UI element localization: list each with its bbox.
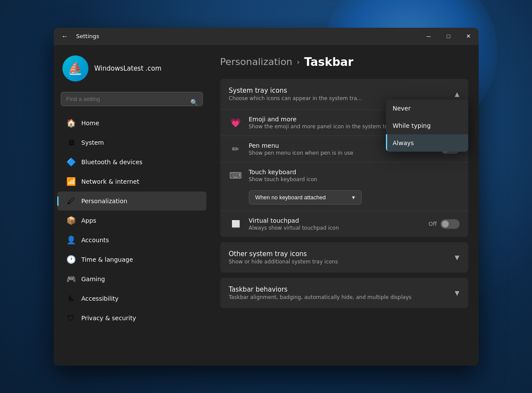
keyboard-text: Touch keyboard Show touch keyboard icon xyxy=(249,169,460,182)
nav-list: 🏠 Home 🖥 System 🔷 Bluetooth & devices 📶 … xyxy=(54,113,210,328)
pen-icon: ✏️ xyxy=(229,142,243,156)
sidebar-item-accounts[interactable]: 👤 Accounts xyxy=(57,231,206,250)
chevron-up-icon: ▲ xyxy=(455,91,460,97)
dropdown-item-never[interactable]: Never xyxy=(386,100,468,117)
dropdown-item-while-typing[interactable]: While typing xyxy=(386,117,468,134)
breadcrumb-separator: › xyxy=(297,57,300,66)
main-body: ⛵ WindowsLatest .com 🔍 🏠 Home 🖥 System xyxy=(54,45,479,366)
other-tray-subtitle: Show or hide additional system tray icon… xyxy=(229,259,338,265)
sidebar-item-apps[interactable]: 📦 Apps xyxy=(57,211,206,230)
system-tray-section: System tray icons Choose which icons can… xyxy=(220,79,468,237)
sidebar-item-label: Bluetooth & devices xyxy=(82,159,143,166)
other-tray-title-group: Other system tray icons Show or hide add… xyxy=(229,250,338,265)
sidebar-item-label: Time & language xyxy=(82,256,133,263)
time-icon: 🕐 xyxy=(66,254,76,265)
user-name: WindowsLatest .com xyxy=(95,65,162,72)
home-icon: 🏠 xyxy=(66,118,76,128)
taskbar-behaviors-title: Taskbar behaviors xyxy=(229,286,412,293)
taskbar-behaviors-subtitle: Taskbar alignment, badging, automaticall… xyxy=(229,294,412,300)
search-container: 🔍 xyxy=(54,92,210,113)
sidebar-item-time[interactable]: 🕐 Time & language xyxy=(57,250,206,269)
touchpad-icon: ⬜ xyxy=(229,217,243,231)
minimize-button[interactable]: ─ xyxy=(419,28,439,45)
keyboard-dropdown-button[interactable]: When no keyboard attached ▾ xyxy=(249,190,362,205)
keyboard-subtitle: Show touch keyboard icon xyxy=(249,176,460,182)
touch-keyboard-top: ⌨️ Touch keyboard Show touch keyboard ic… xyxy=(229,169,460,182)
titlebar-controls: ─ □ ✕ xyxy=(419,28,479,45)
sidebar-item-label: Accessibility xyxy=(82,295,119,302)
sidebar-item-label: System xyxy=(82,139,104,146)
personalization-icon: 🖊 xyxy=(66,196,76,206)
other-tray-section: Other system tray icons Show or hide add… xyxy=(220,242,468,273)
sidebar-item-label: Accounts xyxy=(82,237,109,244)
dropdown-item-always[interactable]: Always xyxy=(386,134,468,152)
breadcrumb-current: Taskbar xyxy=(304,55,354,68)
apps-icon: 📦 xyxy=(66,215,76,226)
chevron-down-icon: ▼ xyxy=(455,254,460,261)
user-profile: ⛵ WindowsLatest .com xyxy=(54,52,210,92)
touchpad-toggle-label: Off xyxy=(428,221,437,227)
dropdown-chevron-icon: ▾ xyxy=(352,194,355,201)
settings-window: ← Settings ─ □ ✕ ⛵ WindowsLatest .com 🔍 xyxy=(54,28,479,366)
taskbar-behaviors-section: Taskbar behaviors Taskbar alignment, bad… xyxy=(220,278,468,308)
keyboard-dropdown-value: When no keyboard attached xyxy=(255,194,326,201)
chevron-down-icon-2: ▼ xyxy=(455,289,460,296)
touchpad-title: Virtual touchpad xyxy=(249,217,423,224)
touchpad-toggle-thumb xyxy=(442,221,449,227)
virtual-touchpad-row: ⬜ Virtual touchpad Always show virtual t… xyxy=(220,211,468,237)
other-tray-title: Other system tray icons xyxy=(229,250,338,258)
sidebar-item-label: Network & internet xyxy=(82,178,140,185)
touch-keyboard-row: ⌨️ Touch keyboard Show touch keyboard ic… xyxy=(220,162,468,211)
emoji-icon: 💗 xyxy=(229,116,243,130)
sidebar-item-gaming[interactable]: 🎮 Gaming xyxy=(57,270,206,289)
sidebar-item-system[interactable]: 🖥 System xyxy=(57,133,206,152)
avatar: ⛵ xyxy=(62,55,88,81)
touchpad-toggle[interactable] xyxy=(441,219,460,229)
gaming-icon: 🎮 xyxy=(66,274,76,284)
keyboard-icon: ⌨️ xyxy=(229,169,243,182)
sidebar-item-label: Home xyxy=(82,120,99,127)
accounts-icon: 👤 xyxy=(66,235,76,245)
titlebar-title: Settings xyxy=(76,33,99,39)
network-icon: 📶 xyxy=(66,176,76,187)
search-icon: 🔍 xyxy=(190,99,198,106)
dropdown-menu: Never While typing Always xyxy=(386,100,468,152)
system-icon: 🖥 xyxy=(66,137,76,148)
touchpad-toggle-container: Off xyxy=(428,219,459,229)
back-button[interactable]: ← xyxy=(59,31,71,42)
touchpad-subtitle: Always show virtual touchpad icon xyxy=(249,225,423,231)
system-tray-subtitle: Choose which icons can appear in the sys… xyxy=(229,95,362,101)
avatar-icon: ⛵ xyxy=(68,61,83,75)
accessibility-icon: ♿ xyxy=(66,293,76,304)
sidebar-item-accessibility[interactable]: ♿ Accessibility xyxy=(57,289,206,308)
sidebar-item-home[interactable]: 🏠 Home xyxy=(57,114,206,133)
taskbar-behaviors-header[interactable]: Taskbar behaviors Taskbar alignment, bad… xyxy=(220,278,468,308)
system-tray-title-group: System tray icons Choose which icons can… xyxy=(229,87,362,101)
sidebar-item-network[interactable]: 📶 Network & internet xyxy=(57,172,206,191)
sidebar-item-label: Apps xyxy=(82,217,97,224)
sidebar: ⛵ WindowsLatest .com 🔍 🏠 Home 🖥 System xyxy=(54,45,210,366)
taskbar-behaviors-title-group: Taskbar behaviors Taskbar alignment, bad… xyxy=(229,286,412,300)
keyboard-title: Touch keyboard xyxy=(249,169,460,175)
breadcrumb: Personalization › Taskbar xyxy=(220,55,468,68)
sidebar-item-personalization[interactable]: 🖊 Personalization xyxy=(57,192,206,211)
sidebar-item-privacy[interactable]: 🛡 Privacy & security xyxy=(57,309,206,328)
breadcrumb-parent: Personalization xyxy=(220,56,293,67)
maximize-button[interactable]: □ xyxy=(439,28,459,45)
content-area: Personalization › Taskbar System tray ic… xyxy=(210,45,479,366)
sidebar-item-label: Personalization xyxy=(82,198,127,205)
search-input[interactable] xyxy=(61,92,203,106)
sidebar-item-label: Gaming xyxy=(82,276,105,283)
titlebar: ← Settings ─ □ ✕ xyxy=(54,28,479,45)
close-button[interactable]: ✕ xyxy=(459,28,479,45)
system-tray-inner: System tray icons Choose which icons can… xyxy=(220,79,468,237)
sidebar-item-bluetooth[interactable]: 🔷 Bluetooth & devices xyxy=(57,153,206,172)
other-tray-header[interactable]: Other system tray icons Show or hide add… xyxy=(220,242,468,273)
system-tray-title: System tray icons xyxy=(229,87,362,94)
touchpad-text: Virtual touchpad Always show virtual tou… xyxy=(249,217,423,231)
bluetooth-icon: 🔷 xyxy=(66,157,76,167)
privacy-icon: 🛡 xyxy=(66,313,76,323)
sidebar-item-label: Privacy & security xyxy=(82,315,136,322)
